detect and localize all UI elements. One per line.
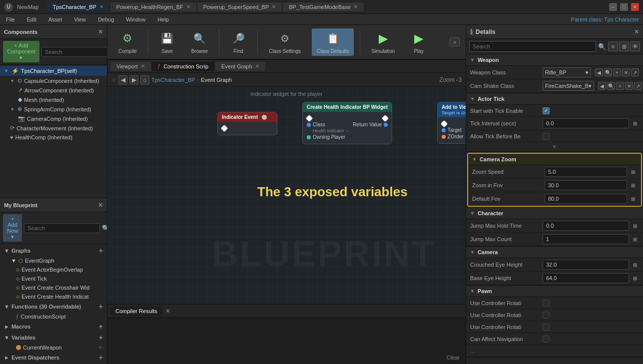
default-fov-input[interactable] [545,194,627,204]
browse-button[interactable]: 🔍 Browse [186,28,213,56]
zoom-speed-expand-icon[interactable]: ⊞ [629,168,637,176]
zoom-fov-input[interactable] [545,180,627,190]
details-actor-tick-header[interactable]: ▼ Actor Tick [466,93,643,105]
menu-file[interactable]: File [4,15,17,23]
tab-superspeed[interactable]: Powerup_SuperSpeed_BP ✕ [197,2,282,11]
default-fov-expand-icon[interactable]: ⊞ [629,195,637,203]
event-node[interactable]: Indicator Event [217,112,277,135]
exec-pin-right[interactable] [383,116,388,121]
components-search-input[interactable] [41,47,117,57]
bp-section-macros[interactable]: ► Macros + [0,321,107,332]
nav-back-icon[interactable]: ◀ [595,68,603,76]
bp-event-crosshair[interactable]: ◇ Event Create Crosshair Wid [0,283,107,292]
can-nav-checkbox[interactable] [543,336,550,343]
tick-interval-input[interactable] [543,118,629,128]
minimize-button[interactable]: ─ [609,3,617,11]
details-weapon-header[interactable]: ▼ Weapon [466,54,643,66]
save-button[interactable]: 💾 Save [154,28,180,56]
search-icon[interactable]: 🔍 [604,68,612,76]
search-icon[interactable]: 🔍 [607,82,615,90]
jump-hold-input[interactable] [543,221,629,231]
details-search-input[interactable] [469,41,596,52]
expand-button[interactable]: » [450,37,460,46]
comp-item-healthcomp[interactable]: ♥ HealthComp (Inherited) [0,133,107,142]
crouched-eye-expand-icon[interactable]: ⊞ [631,261,639,269]
details-list-view-button[interactable]: ≡ [608,41,618,51]
tab-viewport[interactable]: Viewport ✕ [110,62,151,71]
tab-close-icon[interactable]: ✕ [272,4,276,9]
nav-forward-button[interactable]: ▶ [129,75,138,84]
blueprint-canvas[interactable]: indicator widget for the player The 3 ex… [107,87,466,304]
base-eye-input[interactable] [543,273,629,283]
tab-close-icon[interactable]: ✕ [99,4,103,9]
comp-item-charmovement[interactable]: ⟳ CharacterMovement (Inherited) [0,123,107,133]
zorder-pin[interactable]: ZOrder 0 [442,134,466,139]
exec-pin-in[interactable] [306,115,313,122]
jump-count-input[interactable] [543,234,629,244]
jump-count-expand-icon[interactable]: ⊞ [631,235,639,243]
exec-pin-left[interactable] [442,121,447,126]
crouched-eye-input[interactable] [543,260,629,270]
class-defaults-button[interactable]: 📋 Class Defaults [312,28,354,56]
menu-window[interactable]: Window [124,15,147,23]
compiler-results-close-button[interactable]: ✕ [165,308,170,315]
add-component-button[interactable]: + Add Component ▾ [3,41,39,62]
exec-pin-icon[interactable] [221,125,228,132]
my-blueprint-search-input[interactable] [24,223,100,233]
close-button[interactable]: ✕ [631,3,639,11]
class-settings-button[interactable]: ⚙ Class Settings [264,28,306,56]
add-graph-button[interactable]: + [99,247,103,255]
add-icon[interactable]: + [616,82,624,90]
bp-section-dispatchers[interactable]: ► Event Dispatchers + [0,352,107,363]
menu-view[interactable]: View [72,15,88,23]
target-pin[interactable]: Target [442,127,462,133]
tick-before-checkbox[interactable] [543,133,550,140]
exec-pin-in[interactable] [441,120,448,127]
zoom-fov-expand-icon[interactable]: ⊞ [629,181,637,189]
details-eye-button[interactable]: 👁 [630,41,640,51]
bp-event-beginoverlap[interactable]: ◇ Event ActorBeginOverlap [0,265,107,274]
add-new-button[interactable]: + Add New ▾ [3,214,22,242]
add-function-button[interactable]: + [99,303,103,311]
details-camera-header[interactable]: ▼ Camera [466,247,643,258]
bp-var-currentweapon[interactable]: CurrentWeapon 👁 [0,343,107,352]
details-close-button[interactable]: ✕ [634,28,639,35]
zoom-speed-input[interactable] [545,167,627,177]
browse-icon[interactable]: ↗ [634,82,642,90]
return-pin[interactable]: Return Value [353,122,388,127]
base-eye-expand-icon[interactable]: ⊞ [631,274,639,282]
comp-item-camera[interactable]: 📷 CameraComp (Inherited) [0,114,107,123]
comp-item-arrow[interactable]: ↗ ArrowComponent (Inherited) [0,85,107,95]
comp-item-mesh[interactable]: ◆ Mesh (Inherited) [0,95,107,104]
compile-button[interactable]: ⚙ Compile [113,28,142,56]
bp-event-health[interactable]: ◇ Event Create Health Indicat [0,292,107,301]
nav-home-button[interactable]: ⌂ [140,75,149,84]
tab-close-icon[interactable]: ✕ [255,63,259,69]
menu-debug[interactable]: Debug [96,15,116,23]
details-pawn-header[interactable]: ▼ Pawn [466,286,643,297]
maximize-button[interactable]: □ [620,3,628,11]
menu-asset[interactable]: Asset [46,15,64,23]
tick-interval-expand-icon[interactable]: ⊞ [631,119,639,127]
cam-shake-dropdown[interactable]: FireCamShake_B ▾ [543,81,594,91]
comp-item-tpscharacter[interactable]: ▼ ⚡ TpsCharacter_BP(self) [0,66,107,76]
find-button[interactable]: 🔎 Find [225,28,251,56]
tab-construction-script[interactable]: ƒ Construction Scrip [152,62,214,71]
tab-close-icon[interactable]: ✕ [141,63,145,69]
bp-event-tick[interactable]: ◇ Event Tick [0,274,107,283]
menu-help[interactable]: Help [155,15,171,23]
tick-enable-checkbox[interactable] [543,107,550,114]
menu-edit[interactable]: Edit [25,15,38,23]
nav-back-button[interactable]: ◀ [118,75,127,84]
exec-pin-out[interactable] [382,115,389,122]
class-pin[interactable]: Class [307,122,325,127]
tab-event-graph[interactable]: Event Graph ✕ [215,62,265,71]
tab-testgamemode[interactable]: BP_TestGameModeBase ✕ [283,2,364,11]
play-button[interactable]: ▶ Play [406,28,432,56]
comp-item-springarm[interactable]: ▼ ⊕ SpringArmComp (Inherited) [0,104,107,114]
ctrl-rot-3-checkbox[interactable] [543,324,550,331]
weapon-class-dropdown[interactable]: Rifle_BP ▾ [543,67,591,77]
ctrl-rot-1-checkbox[interactable] [543,300,550,307]
add-macro-button[interactable]: + [99,323,103,331]
exec-pin-left[interactable] [307,116,312,121]
